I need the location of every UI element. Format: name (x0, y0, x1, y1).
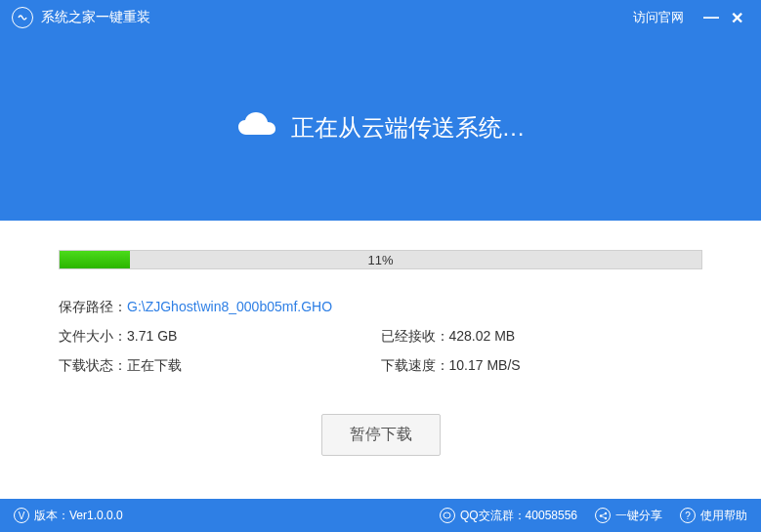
footer-bar: V 版本： Ver1.0.0.0 QQ交流群： 40058556 一键分享 ? … (0, 499, 761, 532)
help-label: 使用帮助 (700, 508, 747, 524)
info-row-path: 保存路径：G:\ZJGhost\win8_000b05mf.GHO (59, 299, 702, 316)
version-value: Ver1.0.0.0 (69, 509, 123, 522)
speed-value: 10.17 MB/S (449, 357, 521, 373)
button-container: 暂停下载 (59, 414, 702, 456)
status-label: 下载状态： (59, 357, 127, 373)
help-link[interactable]: ? 使用帮助 (680, 508, 747, 524)
help-icon: ? (680, 508, 696, 523)
received-label: 已经接收： (381, 328, 449, 344)
file-size-label: 文件大小： (59, 328, 127, 344)
share-label: 一键分享 (615, 508, 662, 524)
svg-point-0 (444, 512, 450, 518)
visit-website-link[interactable]: 访问官网 (633, 9, 684, 26)
share-link[interactable]: 一键分享 (595, 508, 662, 524)
cloud-icon (236, 111, 277, 144)
app-window: 系统之家一键重装 访问官网 — ✕ 正在从云端传送系统… 11% 保存路径：G:… (0, 0, 761, 532)
app-logo-icon (12, 7, 33, 28)
chat-icon (440, 508, 455, 523)
content-area: 11% 保存路径：G:\ZJGhost\win8_000b05mf.GHO 文件… (0, 221, 761, 499)
share-icon (595, 508, 611, 523)
progress-bar: 11% (59, 250, 702, 269)
qq-label: QQ交流群： (460, 508, 526, 524)
minimize-button[interactable]: — (698, 9, 725, 26)
version-icon: V (14, 508, 29, 523)
status-value: 正在下载 (127, 357, 182, 373)
hero-banner: 正在从云端传送系统… (0, 35, 761, 221)
qq-group-link[interactable]: QQ交流群： 40058556 (440, 508, 577, 524)
received-value: 428.02 MB (449, 328, 516, 344)
save-path-value[interactable]: G:\ZJGhost\win8_000b05mf.GHO (127, 299, 332, 314)
progress-container: 11% (59, 250, 702, 269)
speed-label: 下载速度： (381, 357, 449, 373)
qq-value: 40058556 (526, 509, 577, 522)
app-title: 系统之家一键重装 (41, 9, 150, 26)
svg-line-5 (601, 515, 606, 518)
info-row-status: 下载状态：正在下载 下载速度：10.17 MB/S (59, 357, 702, 375)
version-label: 版本： (34, 508, 69, 524)
svg-line-4 (601, 513, 606, 516)
info-row-size: 文件大小：3.71 GB 已经接收：428.02 MB (59, 328, 702, 346)
hero-text: 正在从云端传送系统… (291, 112, 526, 143)
pause-download-button[interactable]: 暂停下载 (321, 414, 441, 456)
close-button[interactable]: ✕ (725, 9, 749, 27)
progress-percent: 11% (60, 251, 701, 269)
save-path-label: 保存路径： (59, 299, 127, 314)
titlebar[interactable]: 系统之家一键重装 访问官网 — ✕ (0, 0, 761, 35)
file-size-value: 3.71 GB (127, 328, 177, 344)
